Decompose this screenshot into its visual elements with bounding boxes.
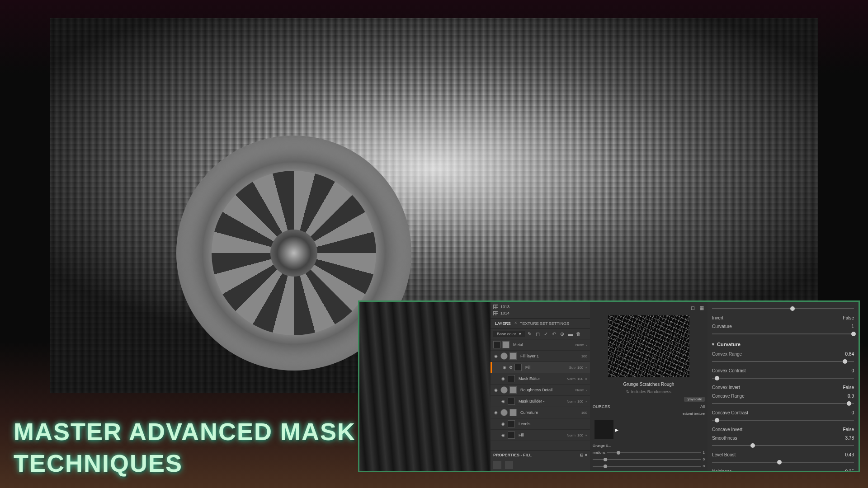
visibility-icon[interactable]: ◉: [500, 433, 506, 437]
opacity: -: [586, 343, 587, 347]
layer-row[interactable]: ◉ Fill Norm 100 ×: [491, 430, 590, 441]
layer-row[interactable]: Metal Norm -: [491, 339, 590, 351]
projection-mode-icon[interactable]: [505, 461, 513, 469]
visibility-icon[interactable]: ◉: [502, 365, 507, 370]
param-label: Level Boost: [712, 452, 736, 457]
layer-name: Roughness Detail: [519, 388, 574, 392]
wand-icon[interactable]: ✎: [527, 331, 533, 337]
panel-icon[interactable]: ◻: [689, 305, 696, 311]
mask-icon[interactable]: ◻: [535, 331, 541, 337]
layer-name: Metal: [511, 343, 574, 347]
channel-dropdown[interactable]: Base color ▾: [493, 331, 525, 337]
layer-thumb: [508, 398, 515, 405]
param-value[interactable]: 0.84: [845, 352, 854, 357]
sources-label: OURCES: [593, 404, 610, 409]
panel-icon[interactable]: ▦: [698, 305, 705, 311]
layer-row[interactable]: ◉ Mask Builder - Norm 100 ×: [491, 396, 590, 407]
layer-row[interactable]: ◉ ⚙ Fill Sub 100 ×: [491, 362, 590, 373]
mask-thumb: [502, 341, 509, 348]
opacity: 100: [577, 366, 583, 370]
layer-row[interactable]: ◉ Curvature 100: [491, 407, 590, 418]
param-label: Convex Invert: [712, 385, 740, 390]
effect-icon[interactable]: ✓: [543, 331, 549, 337]
visibility-icon[interactable]: ◉: [493, 388, 499, 392]
opacity: -: [586, 388, 587, 392]
texture-set-item[interactable]: 1013: [493, 304, 587, 310]
visibility-icon[interactable]: ◉: [500, 422, 506, 426]
layer-name: Mask Builder -: [517, 399, 565, 404]
remove-icon[interactable]: ×: [585, 399, 587, 404]
param-value[interactable]: 0: [851, 368, 854, 373]
param-row: Level Boost0.43: [712, 450, 854, 459]
param-slider[interactable]: [712, 420, 854, 421]
visibility-icon[interactable]: ◉: [500, 376, 506, 381]
layer-row[interactable]: ◉ Levels: [491, 418, 590, 430]
dropdown-label: Base color: [497, 332, 516, 336]
param-row: Concave Contrast0: [712, 408, 854, 417]
param-slider[interactable]: [712, 361, 854, 362]
layer-row[interactable]: ◉ Fill layer 1 100: [491, 351, 590, 362]
visibility-icon[interactable]: ◉: [500, 399, 506, 404]
remove-icon[interactable]: ×: [585, 433, 587, 437]
fx-icon: ⚙: [509, 365, 513, 370]
mask-thumb: [509, 409, 517, 416]
param-label: Convex Range: [712, 352, 742, 357]
param-value[interactable]: 0.9: [848, 394, 854, 399]
param-value[interactable]: False: [843, 427, 854, 432]
param-row: Smoothness3.78: [712, 434, 854, 442]
resource-thumb[interactable]: [594, 420, 613, 439]
curvature-section-header[interactable]: ▾ Curvature: [712, 339, 854, 350]
layer-thumb: [500, 386, 508, 394]
param-value[interactable]: 3.78: [845, 436, 854, 441]
layer-row[interactable]: ◉ Mask Editor Norm 100 ×: [491, 373, 590, 385]
opacity: 100: [581, 354, 587, 358]
param-value[interactable]: 0: [851, 410, 854, 415]
top-slider[interactable]: [712, 308, 854, 309]
curvature-row: Curvature 1: [712, 322, 854, 331]
param-slider[interactable]: [712, 445, 854, 446]
grayscale-tag: grayscale: [684, 397, 705, 402]
tab-layers[interactable]: LAYERS: [493, 320, 513, 327]
add-layer-icon[interactable]: ⊕: [559, 331, 566, 337]
param-slider[interactable]: [712, 462, 854, 463]
folder-icon[interactable]: ▬: [567, 331, 574, 337]
param-slider[interactable]: [712, 403, 854, 404]
opacity: 100: [581, 411, 587, 415]
secondary-viewport[interactable]: [359, 302, 491, 471]
param-value[interactable]: 0.25: [845, 469, 854, 471]
mini-slider[interactable]: mations 1: [593, 450, 705, 455]
fill-mode-icon[interactable]: [493, 461, 501, 469]
layers-panel-tabs: LAYERS × TEXTURE SET SETTINGS: [491, 319, 590, 329]
param-label: Concave Invert: [712, 427, 742, 432]
layer-row[interactable]: ◉ Roughness Detail Norm -: [491, 385, 590, 396]
layer-thumb: [508, 375, 515, 382]
delete-icon[interactable]: 🗑: [576, 331, 582, 337]
thumb-label: Grunge S...: [593, 444, 705, 448]
curvature-slider[interactable]: [712, 333, 854, 334]
param-value[interactable]: False: [843, 315, 854, 320]
sources-all[interactable]: All: [700, 404, 705, 409]
collapse-icon[interactable]: ⊟ ×: [580, 453, 587, 457]
texture-set-id: 1013: [500, 305, 509, 309]
param-value[interactable]: 0.43: [845, 452, 854, 457]
visibility-icon[interactable]: ◉: [493, 410, 499, 415]
param-row: Noisiness0.25: [712, 467, 854, 471]
remove-icon[interactable]: ×: [585, 377, 587, 381]
tab-texture-set-settings[interactable]: TEXTURE SET SETTINGS: [518, 320, 571, 327]
close-icon[interactable]: ×: [514, 320, 517, 327]
visibility-icon[interactable]: ◉: [493, 354, 499, 358]
remove-icon[interactable]: ×: [585, 366, 587, 370]
mini-slider[interactable]: 0: [593, 457, 705, 461]
layer-name: Mask Editor: [517, 376, 565, 381]
texture-set-item[interactable]: 1014: [493, 310, 587, 316]
layer-name: Fill: [524, 365, 567, 370]
param-value[interactable]: False: [843, 385, 854, 390]
mini-slider[interactable]: 0: [593, 464, 705, 468]
param-slider[interactable]: [712, 378, 854, 379]
opacity: 100: [577, 399, 583, 404]
undo-icon[interactable]: ↶: [551, 331, 557, 337]
slider-label: mations: [593, 450, 605, 455]
blend-mode: Norm: [576, 388, 585, 392]
texture-preview[interactable]: [608, 315, 689, 377]
param-label: Curvature: [712, 324, 732, 329]
